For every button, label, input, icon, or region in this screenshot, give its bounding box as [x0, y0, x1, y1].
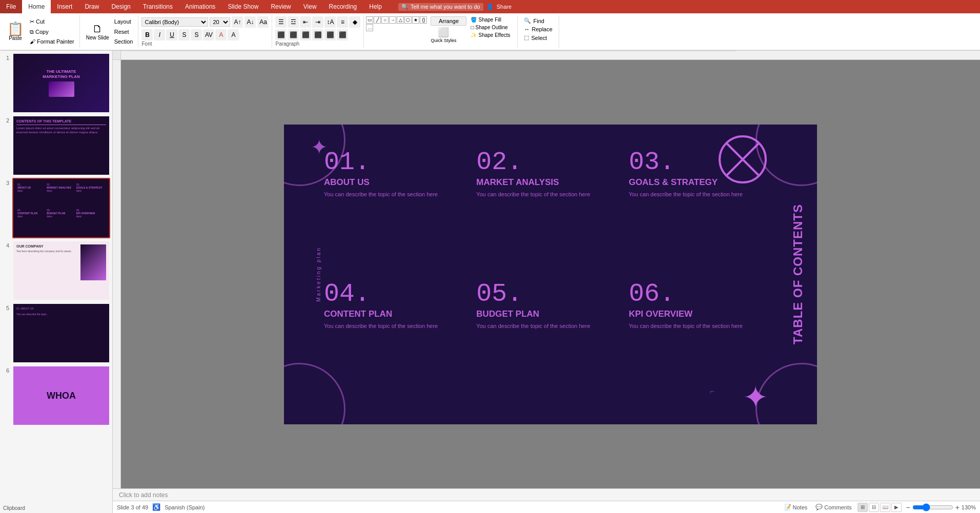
section-button[interactable]: Section — [112, 38, 135, 45]
zoom-in-button[interactable]: + — [955, 503, 959, 511]
tab-insert[interactable]: Insert — [51, 0, 78, 13]
slide-thumb-1[interactable]: 1 THE ULTIMATEMARKETING PLAN — [2, 53, 110, 113]
shape-star[interactable]: ★ — [412, 16, 419, 24]
layout-button[interactable]: Layout — [112, 18, 135, 25]
shape-curly[interactable]: {} — [420, 16, 427, 24]
new-slide-icon: 🗋 — [92, 23, 103, 35]
tab-design[interactable]: Design — [105, 0, 136, 13]
list-numbers-button[interactable]: ☲ — [288, 16, 299, 28]
slide-img-1[interactable]: THE ULTIMATEMARKETING PLAN — [12, 53, 110, 113]
slide-canvas[interactable]: ✦ ✦ ⌐ ⌐ Marketing p — [284, 125, 817, 424]
slide-sorter-button[interactable]: ⊟ — [869, 503, 879, 512]
tab-transitions[interactable]: Transitions — [137, 0, 179, 13]
shape-tri[interactable]: △ — [397, 16, 404, 24]
highlight-button[interactable]: A — [228, 29, 239, 40]
quick-styles-button[interactable]: ⬜ Quick Styles — [431, 27, 456, 43]
item-3[interactable]: 03. GOALS & STRATEGY You can describe th… — [624, 142, 776, 275]
slide-img-5[interactable]: 01. ABOUT US You can describe the topic.… — [12, 303, 110, 363]
shape-arrow[interactable]: → — [389, 16, 396, 24]
font-family-select[interactable]: Calibri (Body) — [141, 17, 208, 27]
canvas-area[interactable]: ✦ ✦ ⌐ ⌐ Marketing p — [121, 60, 980, 488]
tab-file[interactable]: File — [0, 0, 22, 13]
reading-view-button[interactable]: 📖 — [880, 503, 890, 512]
tab-view[interactable]: View — [297, 0, 323, 13]
shape-line[interactable]: ╱ — [374, 16, 381, 24]
slide-img-2[interactable]: CONTENTS OF THIS TEMPLATE Lorem ipsum do… — [12, 115, 110, 176]
search-box[interactable]: 🔍 Tell me what you want to do — [398, 3, 483, 11]
item-4[interactable]: 04. CONTENT PLAN You can describe the to… — [319, 274, 471, 406]
align-text-button[interactable]: ≡ — [337, 16, 348, 28]
notes-button[interactable]: 📝 Notes — [782, 504, 810, 510]
tab-recording[interactable]: Recording — [323, 0, 363, 13]
indent-dec-button[interactable]: ⇤ — [300, 16, 311, 28]
item-6-desc: You can describe the topic of the sectio… — [629, 322, 771, 330]
shape-oval[interactable]: ○ — [381, 16, 389, 24]
slide-img-6[interactable]: WHOA — [12, 365, 110, 426]
shape-hex[interactable]: ⬡ — [404, 16, 412, 24]
font-clear-btn[interactable]: Aa — [257, 16, 269, 28]
align-left-button[interactable]: ⬛ — [275, 29, 287, 40]
shape-rect[interactable]: ▭ — [366, 16, 373, 24]
find-button[interactable]: 🔍 Find — [522, 16, 554, 25]
shape-outline-button[interactable]: □ Shape Outline — [468, 24, 512, 31]
notes-bar[interactable]: Click to add notes — [113, 488, 980, 501]
share-button[interactable]: Share — [497, 4, 512, 10]
zoom-out-button[interactable]: − — [906, 503, 910, 511]
slide-thumb-2[interactable]: 2 CONTENTS OF THIS TEMPLATE Lorem ipsum … — [2, 115, 110, 176]
select-button[interactable]: ⬚ Select — [522, 33, 554, 42]
indent-inc-button[interactable]: ⇥ — [312, 16, 323, 28]
cut-button[interactable]: ✂ Cut — [28, 18, 76, 26]
tab-home[interactable]: Home — [22, 0, 51, 13]
shadow-button[interactable]: S — [191, 29, 202, 40]
tab-review[interactable]: Review — [264, 0, 297, 13]
font-color-button[interactable]: A — [215, 29, 227, 40]
comments-button[interactable]: 💬 Comments — [813, 504, 853, 510]
align-center-button[interactable]: ⬛ — [288, 29, 299, 40]
copy-button[interactable]: ⧉ Copy — [28, 28, 76, 36]
thumb-content-3: 01.ABOUT USdesc 02.MARKET ANALYSISdesc 0… — [13, 179, 109, 237]
char-spacing-button[interactable]: AV — [203, 29, 214, 40]
normal-view-button[interactable]: ⊞ — [858, 503, 868, 512]
thumb-company-label: OUR COMPANY — [16, 244, 78, 248]
tab-draw[interactable]: Draw — [78, 0, 105, 13]
font-size-select[interactable]: 20 — [210, 17, 230, 27]
font-decrease-btn[interactable]: A↓ — [244, 16, 256, 28]
thumb-item-3: 03.GOALS & STRATEGYdesc — [76, 183, 105, 208]
shape-fill-button[interactable]: 🪣 Shape Fill — [468, 16, 512, 23]
arrange-button[interactable]: Arrange — [431, 16, 466, 26]
slide-img-3[interactable]: 01.ABOUT USdesc 02.MARKET ANALYSISdesc 0… — [12, 178, 110, 238]
tab-slideshow[interactable]: Slide Show — [221, 0, 264, 13]
slide-thumb-5[interactable]: 5 01. ABOUT US You can describe the topi… — [2, 303, 110, 363]
item-2[interactable]: 02. MARKET ANALYSIS You can describe the… — [471, 142, 623, 275]
slide-thumb-6[interactable]: 6 WHOA — [2, 365, 110, 426]
tab-animations[interactable]: Animations — [179, 0, 221, 13]
text-direction-button[interactable]: ↕A — [324, 16, 336, 28]
new-slide-button[interactable]: 🗋 New Slide — [83, 16, 112, 47]
zoom-slider[interactable] — [912, 503, 953, 511]
line-spacing-button[interactable]: ⬛ — [337, 29, 348, 40]
shape-effects-button[interactable]: ✨ Shape Effects — [468, 32, 512, 38]
replace-button[interactable]: ↔ Replace — [522, 25, 554, 33]
slide-thumb-4[interactable]: 4 OUR COMPANY Text here describing the c… — [2, 240, 110, 301]
paste-button[interactable]: 📋 Paste — [3, 16, 28, 47]
slide-thumb-3[interactable]: 3 01.ABOUT USdesc 02.MARKET ANALYSISdesc… — [2, 178, 110, 238]
slide-img-4[interactable]: OUR COMPANY Text here describing the com… — [12, 240, 110, 301]
item-5[interactable]: 05. BUDGET PLAN You can describe the top… — [471, 274, 623, 406]
italic-button[interactable]: I — [154, 29, 165, 40]
bold-button[interactable]: B — [141, 29, 153, 40]
reset-button[interactable]: Reset — [112, 28, 135, 35]
shape-more[interactable]: … — [366, 24, 373, 31]
tab-help[interactable]: Help — [363, 0, 388, 13]
align-right-button[interactable]: ⬛ — [300, 29, 311, 40]
format-painter-button[interactable]: 🖌 Format Painter — [28, 38, 76, 45]
convert-smartart-button[interactable]: ◆ — [349, 16, 360, 28]
list-bullets-button[interactable]: ☰ — [275, 16, 287, 28]
cols-button[interactable]: ⬛ — [324, 29, 336, 40]
justify-button[interactable]: ⬛ — [312, 29, 323, 40]
font-increase-btn[interactable]: A↑ — [232, 16, 243, 28]
presenter-view-button[interactable]: ▶ — [891, 503, 902, 512]
strikethrough-button[interactable]: S — [178, 29, 190, 40]
underline-button[interactable]: U — [166, 29, 177, 40]
item-1[interactable]: 01. ABOUT US You can describe the topic … — [319, 142, 471, 275]
item-6[interactable]: 06. KPI OVERVIEW You can describe the to… — [624, 274, 776, 406]
